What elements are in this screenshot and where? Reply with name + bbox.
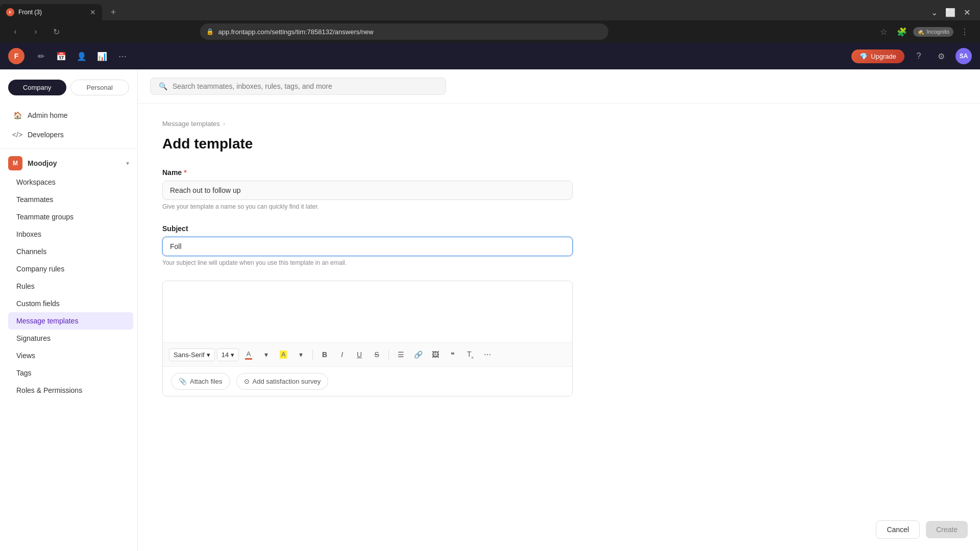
compose-icon[interactable]: ✏: [33, 48, 49, 64]
create-button[interactable]: Create: [926, 521, 968, 538]
sidebar-item-roles-permissions[interactable]: Roles & Permissions: [8, 382, 133, 399]
sidebar-item-tags[interactable]: Tags: [8, 364, 133, 382]
name-form-group: Name * Give your template a name so you …: [162, 168, 573, 210]
minimize-button[interactable]: ⌄: [927, 5, 941, 19]
sidebar-children: Workspaces Teammates Teammate groups Inb…: [0, 173, 137, 399]
company-toggle[interactable]: Company: [8, 80, 66, 95]
group-name: Moodjoy: [28, 159, 126, 167]
image-button[interactable]: 🖼: [428, 347, 443, 362]
sidebar-item-workspaces[interactable]: Workspaces: [8, 173, 133, 191]
search-input[interactable]: [173, 82, 437, 90]
sidebar-label-message-templates: Message templates: [16, 317, 78, 325]
search-icon: 🔍: [159, 82, 167, 90]
clear-format-icon: Tx: [467, 350, 474, 360]
sidebar-item-teammates[interactable]: Teammates: [8, 191, 133, 208]
forward-button[interactable]: ›: [29, 24, 43, 39]
breadcrumb-parent[interactable]: Message templates: [162, 120, 220, 128]
quote-button[interactable]: ❝: [445, 347, 460, 362]
refresh-button[interactable]: ↻: [49, 24, 63, 39]
app-body: Company Personal 🏠 Admin home </> Develo…: [0, 69, 980, 551]
personal-toggle[interactable]: Personal: [70, 80, 130, 95]
editor-form-group: Sans-Serif ▾ 14 ▾ A ▾ A: [162, 281, 573, 396]
more-options-button[interactable]: ⋯: [480, 347, 495, 362]
sidebar-item-channels[interactable]: Channels: [8, 243, 133, 260]
toolbar-separator-1: [312, 349, 313, 360]
bold-button[interactable]: B: [317, 347, 332, 362]
sidebar-group-moodjoy[interactable]: M Moodjoy ▾: [0, 153, 137, 173]
bookmark-button[interactable]: ☆: [876, 24, 891, 39]
sidebar-item-custom-fields[interactable]: Custom fields: [8, 295, 133, 312]
list-button[interactable]: ☰: [393, 347, 408, 362]
breadcrumb-separator: ›: [223, 120, 225, 128]
font-size-chevron: ▾: [231, 351, 234, 359]
editor-content[interactable]: [163, 281, 572, 342]
highlight-expand[interactable]: ▾: [293, 347, 308, 362]
link-button[interactable]: 🔗: [410, 347, 426, 362]
sidebar-label-roles-permissions: Roles & Permissions: [16, 386, 82, 394]
sidebar-item-admin-home[interactable]: 🏠 Admin home: [4, 106, 133, 125]
sidebar-item-views[interactable]: Views: [8, 347, 133, 364]
font-family-chevron: ▾: [207, 351, 210, 359]
attach-files-label: Attach files: [190, 378, 223, 385]
more-icon[interactable]: ⋯: [114, 48, 131, 64]
sidebar-item-rules[interactable]: Rules: [8, 278, 133, 295]
active-tab[interactable]: F Front (3) ✕: [0, 4, 102, 20]
editor-toolbar: Sans-Serif ▾ 14 ▾ A ▾ A: [163, 342, 572, 366]
menu-button[interactable]: ⋮: [958, 24, 972, 39]
subject-form-group: Subject Your subject line will update wh…: [162, 224, 573, 266]
calendar-icon[interactable]: 📅: [53, 48, 69, 64]
font-color-expand[interactable]: ▾: [258, 347, 274, 362]
sidebar-item-company-rules[interactable]: Company rules: [8, 260, 133, 278]
clear-format-button[interactable]: Tx: [462, 347, 478, 362]
close-button[interactable]: ✕: [960, 5, 974, 19]
subject-input[interactable]: [162, 237, 573, 256]
attach-files-button[interactable]: 📎 Attach files: [171, 373, 230, 390]
strikethrough-button[interactable]: S: [369, 347, 384, 362]
back-button[interactable]: ‹: [8, 24, 22, 39]
sidebar-label-tags: Tags: [16, 369, 32, 377]
settings-button[interactable]: ⚙: [933, 48, 949, 64]
sidebar-label-developers: Developers: [28, 131, 64, 139]
sidebar-item-inboxes[interactable]: Inboxes: [8, 226, 133, 243]
font-size-select[interactable]: 14 ▾: [217, 348, 239, 361]
highlight-button[interactable]: A: [276, 347, 291, 362]
sidebar-item-teammate-groups[interactable]: Teammate groups: [8, 208, 133, 226]
font-color-button[interactable]: A: [241, 347, 256, 362]
tab-close-button[interactable]: ✕: [90, 8, 96, 16]
editor-area: Sans-Serif ▾ 14 ▾ A ▾ A: [162, 281, 573, 396]
extensions-button[interactable]: 🧩: [895, 24, 909, 39]
incognito-label: Incognito: [926, 29, 949, 35]
chevron-down-icon: ▾: [126, 160, 129, 167]
sidebar-item-message-templates[interactable]: Message templates: [8, 312, 133, 330]
cancel-button[interactable]: Cancel: [876, 520, 920, 539]
sidebar: Company Personal 🏠 Admin home </> Develo…: [0, 69, 138, 551]
sidebar-label-admin-home: Admin home: [28, 111, 68, 119]
italic-button[interactable]: I: [334, 347, 350, 362]
required-indicator: *: [184, 168, 186, 177]
name-label: Name *: [162, 168, 573, 177]
user-avatar[interactable]: SA: [955, 48, 972, 64]
highlight-icon: A: [280, 350, 287, 359]
sidebar-label-workspaces: Workspaces: [16, 178, 56, 186]
search-bar[interactable]: 🔍: [150, 78, 446, 95]
sidebar-item-signatures[interactable]: Signatures: [8, 330, 133, 347]
analytics-icon[interactable]: 📊: [94, 48, 110, 64]
name-input[interactable]: [162, 181, 573, 200]
help-button[interactable]: ?: [911, 48, 927, 64]
group-avatar: M: [8, 156, 22, 170]
maximize-button[interactable]: ⬜: [943, 5, 958, 19]
upgrade-button[interactable]: 💎 Upgrade: [851, 49, 904, 63]
sidebar-label-company-rules: Company rules: [16, 265, 64, 273]
app-logo[interactable]: F: [8, 48, 24, 64]
address-bar[interactable]: 🔒 app.frontapp.com/settings/tim:7858132/…: [200, 23, 608, 40]
new-tab-button[interactable]: +: [106, 5, 120, 19]
sidebar-label-teammate-groups: Teammate groups: [16, 213, 74, 221]
subject-hint: Your subject line will update when you u…: [162, 259, 573, 266]
security-icon: 🔒: [206, 28, 214, 35]
sidebar-item-developers[interactable]: </> Developers: [4, 125, 133, 144]
contacts-icon[interactable]: 👤: [74, 48, 90, 64]
satisfaction-survey-button[interactable]: ⊙ Add satisfaction survey: [236, 373, 329, 390]
underline-button[interactable]: U: [352, 347, 367, 362]
sidebar-label-signatures: Signatures: [16, 334, 51, 342]
font-family-select[interactable]: Sans-Serif ▾: [169, 348, 215, 361]
